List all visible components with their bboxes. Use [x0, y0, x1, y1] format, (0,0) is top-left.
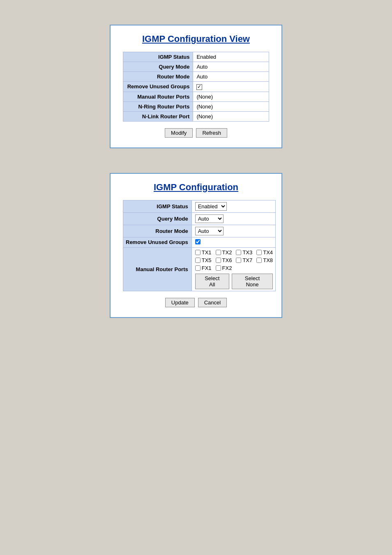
view-button-row: Modify Refresh [123, 128, 269, 138]
select-none-button[interactable]: Select None [232, 274, 273, 289]
edit-remove-unused-cell [191, 237, 275, 247]
tx7-checkbox[interactable] [236, 258, 241, 263]
cancel-button[interactable]: Cancel [198, 298, 227, 307]
table-row: Manual Router Ports TX1 TX2 TX3 TX4 TX5 … [123, 247, 276, 291]
router-mode-select[interactable]: Auto Manual [195, 227, 224, 235]
igmp-status-value: Enabled [193, 52, 269, 62]
tx3-label[interactable]: TX3 [236, 249, 252, 256]
table-row: Manual Router Ports (None) [123, 92, 269, 101]
port-row-2: TX5 TX6 TX7 TX8 [195, 257, 273, 263]
select-buttons-row: Select All Select None [195, 274, 273, 289]
table-row: IGMP Status Enabled Disabled [123, 200, 276, 212]
tx4-checkbox[interactable] [256, 250, 262, 255]
fx1-checkbox[interactable] [195, 265, 201, 271]
edit-query-mode-label: Query Mode [123, 212, 192, 225]
table-row: N-Ring Router Ports (None) [123, 101, 269, 111]
tx5-label[interactable]: TX5 [195, 257, 212, 263]
query-mode-label: Query Mode [123, 62, 193, 72]
igmp-status-select[interactable]: Enabled Disabled [195, 202, 227, 211]
refresh-button[interactable]: Refresh [196, 128, 227, 138]
select-all-button[interactable]: Select All [195, 274, 229, 289]
tx3-checkbox[interactable] [236, 250, 241, 255]
tx4-label[interactable]: TX4 [256, 249, 273, 256]
table-row: Remove Unused Groups [123, 82, 269, 92]
table-row: IGMP Status Enabled [123, 52, 269, 62]
edit-panel-title: IGMP Configuration [123, 182, 269, 193]
query-mode-value: Auto [193, 62, 269, 72]
tx1-label[interactable]: TX1 [195, 249, 212, 256]
modify-button[interactable]: Modify [165, 128, 193, 138]
manual-router-ports-value: (None) [193, 92, 269, 101]
edit-button-row: Update Cancel [123, 298, 269, 307]
remove-unused-checkbox-display [196, 84, 202, 90]
table-row: N-Link Router Port (None) [123, 111, 269, 121]
edit-remove-unused-label: Remove Unused Groups [123, 237, 192, 247]
tx2-label[interactable]: TX2 [216, 249, 232, 256]
router-mode-value: Auto [193, 72, 269, 82]
tx1-checkbox[interactable] [195, 250, 201, 255]
tx7-label[interactable]: TX7 [236, 257, 252, 263]
view-config-table: IGMP Status Enabled Query Mode Auto Rout… [123, 52, 269, 122]
table-row: Query Mode Auto Manual [123, 212, 276, 225]
tx8-label[interactable]: TX8 [256, 257, 273, 263]
nring-router-ports-value: (None) [193, 101, 269, 111]
fx2-checkbox[interactable] [216, 265, 221, 271]
igmp-status-label: IGMP Status [123, 52, 193, 62]
router-mode-label: Router Mode [123, 72, 193, 82]
edit-igmp-status-label: IGMP Status [123, 200, 192, 212]
update-button[interactable]: Update [165, 298, 195, 307]
tx5-checkbox[interactable] [195, 258, 201, 263]
nlink-router-port-label: N-Link Router Port [123, 111, 193, 121]
edit-igmp-status-cell: Enabled Disabled [191, 200, 275, 212]
view-panel: IGMP Configuration View IGMP Status Enab… [110, 25, 282, 148]
remove-unused-value [193, 82, 269, 92]
view-panel-title: IGMP Configuration View [123, 34, 269, 44]
nlink-router-port-value: (None) [193, 111, 269, 121]
remove-unused-checkbox[interactable] [195, 239, 201, 244]
fx2-label[interactable]: FX2 [216, 265, 232, 271]
port-row-1: TX1 TX2 TX3 TX4 [195, 249, 273, 256]
edit-query-mode-cell: Auto Manual [191, 212, 275, 225]
edit-manual-router-label: Manual Router Ports [123, 247, 192, 291]
edit-manual-router-cell: TX1 TX2 TX3 TX4 TX5 TX6 TX7 TX8 [191, 247, 275, 291]
tx6-checkbox[interactable] [216, 258, 221, 263]
edit-config-table: IGMP Status Enabled Disabled Query Mode … [123, 200, 276, 291]
table-row: Router Mode Auto [123, 72, 269, 82]
tx8-checkbox[interactable] [256, 258, 262, 263]
query-mode-select[interactable]: Auto Manual [195, 214, 224, 223]
table-row: Router Mode Auto Manual [123, 225, 276, 237]
nring-router-ports-label: N-Ring Router Ports [123, 101, 193, 111]
table-row: Query Mode Auto [123, 62, 269, 72]
tx6-label[interactable]: TX6 [216, 257, 232, 263]
tx2-checkbox[interactable] [216, 250, 221, 255]
port-row-3: FX1 FX2 [195, 265, 273, 271]
edit-router-mode-cell: Auto Manual [191, 225, 275, 237]
fx1-label[interactable]: FX1 [195, 265, 212, 271]
edit-router-mode-label: Router Mode [123, 225, 192, 237]
manual-router-ports-label: Manual Router Ports [123, 92, 193, 101]
edit-panel: IGMP Configuration IGMP Status Enabled D… [110, 173, 282, 318]
table-row: Remove Unused Groups [123, 237, 276, 247]
remove-unused-label: Remove Unused Groups [123, 82, 193, 92]
